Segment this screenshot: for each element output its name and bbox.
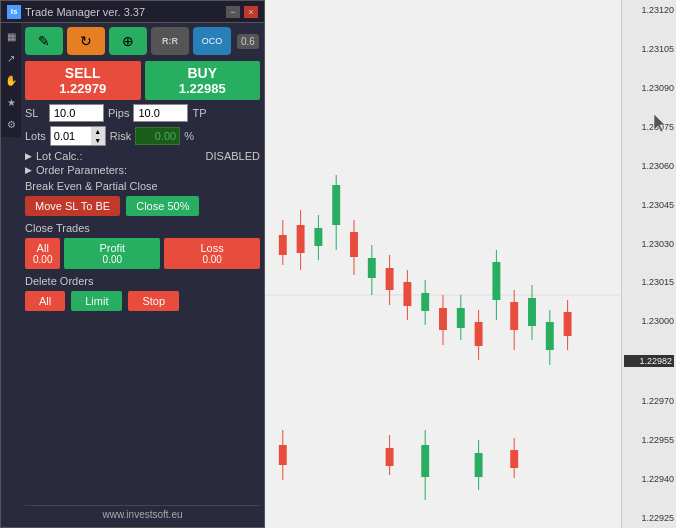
- price-label: 1.22955: [624, 435, 674, 445]
- pointer-icon[interactable]: ↗: [4, 51, 18, 65]
- svg-rect-31: [528, 298, 536, 326]
- risk-input[interactable]: [135, 127, 180, 145]
- oco-button[interactable]: OCO: [193, 27, 231, 55]
- toolbar: ✎ ↻ ⊕ R:R OCO 0.6: [25, 27, 260, 55]
- close-all-button[interactable]: All 0.00: [25, 238, 60, 269]
- move-sl-to-be-button[interactable]: Move SL To BE: [25, 196, 120, 216]
- titlebar-left: Is Trade Manager ver. 3.37: [7, 5, 145, 19]
- close-trades-header: Close Trades: [25, 222, 260, 234]
- trade-manager-panel: Is Trade Manager ver. 3.37 − × ▦ ↗ ✋ ★ ⚙…: [0, 0, 265, 528]
- lots-arrows: ▲ ▼: [91, 127, 105, 145]
- title-text: Trade Manager ver. 3.37: [25, 6, 145, 18]
- target-button[interactable]: ⊕: [109, 27, 147, 55]
- sell-label: SELL: [31, 65, 135, 81]
- svg-rect-27: [492, 262, 500, 300]
- svg-rect-11: [350, 232, 358, 257]
- lots-up-button[interactable]: ▲: [91, 127, 105, 136]
- close-button[interactable]: ×: [244, 6, 258, 18]
- price-label: 1.23105: [624, 44, 674, 54]
- close-50-button[interactable]: Close 50%: [126, 196, 199, 216]
- footer: www.investsoft.eu: [25, 505, 260, 523]
- order-params-row: ▶ Order Parameters:: [25, 164, 260, 176]
- price-axis: 1.23120 1.23105 1.23090 1.23075 1.23060 …: [621, 0, 676, 528]
- price-label: 1.22925: [624, 513, 674, 523]
- svg-rect-37: [279, 445, 287, 465]
- svg-rect-39: [386, 448, 394, 466]
- delete-limit-button[interactable]: Limit: [71, 291, 122, 311]
- svg-rect-13: [368, 258, 376, 278]
- main-content: ✎ ↻ ⊕ R:R OCO 0.6 SELL 1.22979 BUY 1.229…: [21, 23, 264, 527]
- price-label: 1.23120: [624, 5, 674, 15]
- sl-input[interactable]: [49, 104, 104, 122]
- svg-rect-35: [564, 312, 572, 336]
- minimize-button[interactable]: −: [226, 6, 240, 18]
- price-label: 1.23060: [624, 161, 674, 171]
- svg-rect-7: [314, 228, 322, 246]
- svg-rect-41: [421, 445, 429, 477]
- buy-price: 1.22985: [151, 81, 255, 96]
- tp-label: TP: [192, 107, 212, 119]
- buy-sell-row: SELL 1.22979 BUY 1.22985: [25, 61, 260, 100]
- price-label: 1.23045: [624, 200, 674, 210]
- close-loss-button[interactable]: Loss 0.00: [164, 238, 260, 269]
- chart-icon[interactable]: ▦: [4, 29, 18, 43]
- lots-input[interactable]: [51, 128, 91, 144]
- close-profit-value: 0.00: [103, 254, 122, 265]
- buy-label: BUY: [151, 65, 255, 81]
- left-icon-bar: ▦ ↗ ✋ ★ ⚙: [1, 23, 21, 137]
- refresh-button[interactable]: ↻: [67, 27, 105, 55]
- delete-stop-button[interactable]: Stop: [128, 291, 179, 311]
- svg-rect-15: [386, 268, 394, 290]
- delete-orders-header: Delete Orders: [25, 275, 260, 287]
- pencil-button[interactable]: ✎: [25, 27, 63, 55]
- lot-calc-row: ▶ Lot Calc.: DISABLED: [25, 150, 260, 162]
- target-icon: ⊕: [122, 33, 134, 49]
- svg-rect-17: [403, 282, 411, 306]
- svg-rect-9: [332, 185, 340, 225]
- price-label: 1.23015: [624, 277, 674, 287]
- svg-rect-45: [510, 450, 518, 468]
- price-label: 1.23090: [624, 83, 674, 93]
- svg-rect-0: [265, 0, 621, 528]
- sltp-row: SL Pips TP: [25, 104, 260, 122]
- buy-button[interactable]: BUY 1.22985: [145, 61, 261, 100]
- lots-input-wrap: ▲ ▼: [50, 126, 106, 146]
- order-params-label: Order Parameters:: [36, 164, 127, 176]
- tp-input[interactable]: [133, 104, 188, 122]
- lots-label: Lots: [25, 130, 46, 142]
- lots-down-button[interactable]: ▼: [91, 136, 105, 145]
- close-profit-button[interactable]: Profit 0.00: [64, 238, 160, 269]
- price-label: 1.22970: [624, 396, 674, 406]
- lot-calc-arrow: ▶: [25, 151, 32, 161]
- cursor-icon: [650, 112, 670, 136]
- delete-all-button[interactable]: All: [25, 291, 65, 311]
- close-all-value: 0.00: [33, 254, 52, 265]
- gear-icon[interactable]: ⚙: [4, 117, 18, 131]
- close-loss-label: Loss: [200, 242, 223, 254]
- titlebar-controls: − ×: [226, 6, 258, 18]
- price-label: 1.22940: [624, 474, 674, 484]
- hand-icon[interactable]: ✋: [4, 73, 18, 87]
- pips-label: Pips: [108, 107, 129, 119]
- svg-rect-21: [439, 308, 447, 330]
- star-icon[interactable]: ★: [4, 95, 18, 109]
- order-params-arrow: ▶: [25, 165, 32, 175]
- break-even-actions: Move SL To BE Close 50%: [25, 196, 260, 216]
- titlebar: Is Trade Manager ver. 3.37 − ×: [1, 1, 264, 23]
- svg-rect-19: [421, 293, 429, 311]
- svg-rect-25: [475, 322, 483, 346]
- svg-rect-5: [297, 225, 305, 253]
- risk-label: Risk: [110, 130, 131, 142]
- delete-orders-row: All Limit Stop: [25, 291, 260, 311]
- rr-button[interactable]: R:R: [151, 27, 189, 55]
- lot-calc-label: Lot Calc.:: [36, 150, 82, 162]
- chart-area: 1.23120 1.23105 1.23090 1.23075 1.23060 …: [265, 0, 676, 528]
- close-trades-row: All 0.00 Profit 0.00 Loss 0.00: [25, 238, 260, 269]
- app-icon: Is: [7, 5, 21, 19]
- sl-label: SL: [25, 107, 45, 119]
- pencil-icon: ✎: [38, 33, 50, 49]
- break-even-header: Break Even & Partial Close: [25, 180, 260, 192]
- close-loss-value: 0.00: [202, 254, 221, 265]
- chart-svg: [265, 0, 621, 528]
- sell-button[interactable]: SELL 1.22979: [25, 61, 141, 100]
